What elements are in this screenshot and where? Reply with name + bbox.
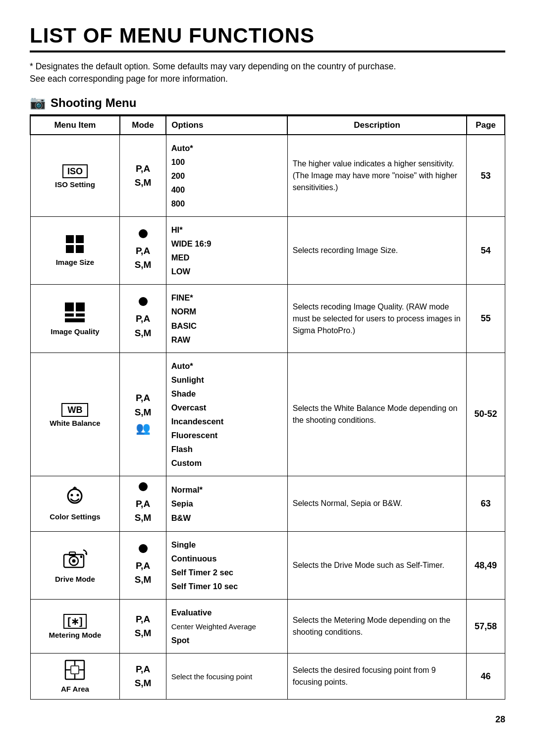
page-cell: 57,58: [467, 600, 505, 654]
table-row: WB White Balance P,AS,M👥Auto*SunlightSha…: [30, 353, 505, 476]
mode-cell: P,AS,M: [120, 285, 166, 353]
description-cell: Selects recording Image Size.: [287, 217, 467, 285]
menu-item-cell: Image Size: [30, 217, 120, 285]
svg-point-13: [77, 494, 79, 497]
options-cell: SingleContinuousSelf Timer 2 secSelf Tim…: [166, 531, 287, 599]
description-cell: Selects the Metering Mode depending on t…: [287, 600, 467, 654]
intro-line-1: * Designates the default option. Some de…: [30, 61, 505, 72]
options-cell: Auto*100200400800: [166, 135, 287, 217]
mode-cell: P,AS,M: [120, 531, 166, 599]
page-cell: 54: [467, 217, 505, 285]
page-cell: 53: [467, 135, 505, 217]
page-number: 28: [30, 714, 505, 725]
menu-item-cell: Drive Mode: [30, 531, 120, 599]
options-cell: Normal*SepiaB&W: [166, 476, 287, 531]
menu-table: Menu Item Mode Options Description Page …: [30, 115, 505, 700]
description-cell: Selects the desired focusing point from …: [287, 654, 467, 700]
item-icon: [64, 659, 85, 683]
svg-point-12: [71, 494, 73, 497]
item-label: AF Area: [61, 685, 89, 693]
page-cell: 50-52: [467, 353, 505, 476]
svg-rect-18: [80, 555, 82, 558]
options-cell: Select the focusing point: [166, 654, 287, 700]
description-cell: Selects recoding Image Quality. (RAW mod…: [287, 285, 467, 353]
item-label: Image Quality: [51, 327, 99, 336]
header-mode: Mode: [120, 116, 166, 135]
item-icon: [64, 486, 86, 510]
item-label: Metering Mode: [49, 631, 102, 639]
page-cell: 48,49: [467, 531, 505, 599]
header-menu-item: Menu Item: [30, 116, 120, 135]
item-icon: ISO: [62, 163, 88, 178]
mode-cell: P,AS,M: [120, 600, 166, 654]
options-cell: FINE*NORMBASICRAW: [166, 285, 287, 353]
item-label: Image Size: [56, 258, 95, 266]
item-label: Drive Mode: [55, 575, 95, 583]
intro-line-2: See each corresponding page for more inf…: [30, 74, 505, 84]
item-label: ISO Setting: [55, 180, 95, 189]
svg-rect-0: [66, 235, 74, 243]
item-icon: [62, 548, 87, 573]
menu-item-cell: [∗] Metering Mode: [30, 600, 120, 654]
header-description: Description: [287, 116, 467, 135]
description-cell: Selects Normal, Sepia or B&W.: [287, 476, 467, 531]
svg-point-16: [72, 559, 76, 563]
mode-cell: P,AS,M: [120, 135, 166, 217]
table-row: Image Quality P,AS,MFINE*NORMBASICRAWSel…: [30, 285, 505, 353]
item-label: Color Settings: [50, 512, 101, 521]
mode-cell: P,AS,M: [120, 217, 166, 285]
table-row: Drive Mode P,AS,MSingleContinuousSelf Ti…: [30, 531, 505, 599]
table-row: ISO ISO Setting P,AS,MAuto*100200400800T…: [30, 135, 505, 217]
svg-rect-4: [65, 302, 74, 311]
page-cell: 63: [467, 476, 505, 531]
menu-item-cell: WB White Balance: [30, 353, 120, 476]
table-row: [∗] Metering Mode P,AS,MEvaluativeCenter…: [30, 600, 505, 654]
item-icon: [64, 302, 85, 325]
menu-item-cell: Color Settings: [30, 476, 120, 531]
description-cell: Selects the Drive Mode such as Self-Time…: [287, 531, 467, 599]
header-options: Options: [166, 116, 287, 135]
options-cell: EvaluativeCenter Weighted AverageSpot: [166, 600, 287, 654]
title-divider: [30, 50, 505, 52]
menu-item-cell: Image Quality: [30, 285, 120, 353]
svg-rect-2: [66, 245, 74, 253]
description-cell: The higher value indicates a higher sens…: [287, 135, 467, 217]
svg-rect-24: [71, 666, 79, 674]
section-heading: 📷 Shooting Menu: [30, 95, 505, 110]
menu-item-cell: AF Area: [30, 654, 120, 700]
svg-rect-3: [76, 245, 84, 253]
page-cell: 46: [467, 654, 505, 700]
table-row: Image Size P,AS,MHI*WIDE 16:9MEDLOWSelec…: [30, 217, 505, 285]
camera-section-icon: 📷: [30, 95, 46, 110]
item-icon: [65, 235, 84, 256]
item-label: White Balance: [50, 419, 101, 427]
svg-rect-5: [76, 302, 85, 311]
svg-rect-10: [65, 318, 85, 322]
mode-cell: P,AS,M👥: [120, 353, 166, 476]
page-cell: 55: [467, 285, 505, 353]
header-page: Page: [467, 116, 505, 135]
mode-cell: P,AS,M: [120, 476, 166, 531]
options-cell: HI*WIDE 16:9MEDLOW: [166, 217, 287, 285]
description-cell: Selects the White Balance Mode depending…: [287, 353, 467, 476]
options-cell: Auto*SunlightShadeOvercastIncandescentFl…: [166, 353, 287, 476]
page-title: LIST OF MENU FUNCTIONS: [30, 24, 505, 48]
svg-rect-1: [76, 235, 84, 243]
item-icon: [∗]: [63, 613, 86, 629]
mode-cell: P,AS,M: [120, 654, 166, 700]
menu-item-cell: ISO ISO Setting: [30, 135, 120, 217]
table-row: AF Area P,AS,MSelect the focusing pointS…: [30, 654, 505, 700]
table-row: Color Settings P,AS,MNormal*SepiaB&WSele…: [30, 476, 505, 531]
item-icon: WB: [61, 402, 88, 417]
